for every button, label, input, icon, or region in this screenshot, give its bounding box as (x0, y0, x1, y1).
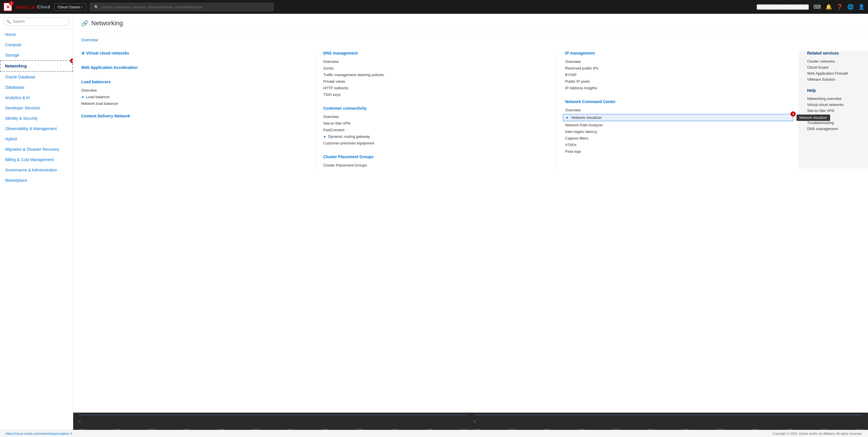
lb-overview-link[interactable]: Overview (81, 87, 307, 94)
region-selector[interactable]: Germany Central (Frankfurt) ⌄ (756, 4, 809, 10)
customer-connectivity-header: Customer connectivity (323, 106, 549, 111)
drg-link[interactable]: ★ Dynamic routing gateway (323, 133, 549, 140)
sidebar-item-migration[interactable]: Migration & Disaster Recovery (0, 144, 73, 154)
user-avatar[interactable]: 👤 (858, 4, 865, 10)
networking-header: 🔗 Networking (73, 14, 868, 32)
dns-traffic-link[interactable]: Traffic management steering policies (323, 71, 549, 78)
footer: https://cloud.oracle.com/networking/visu… (0, 430, 868, 437)
sidebar-search-icon: 🔍 (6, 19, 11, 24)
footer-url: https://cloud.oracle.com/networking/visu… (6, 432, 72, 435)
cloud-text: Cloud (37, 5, 51, 9)
star-icon: ★ (81, 51, 86, 55)
networking-badge: 2 (70, 59, 73, 63)
sidebar-search-section: 🔍 (0, 14, 73, 29)
overview-link[interactable]: Overview (81, 36, 860, 43)
site-to-site-vpn-link[interactable]: Site-to-Site VPN (323, 120, 549, 127)
dns-http-link[interactable]: HTTP redirects (323, 85, 549, 91)
help-icon[interactable]: ❓ (836, 4, 843, 10)
network-visualizer-link[interactable]: ★ Network visualizer 3 Network visualize… (563, 114, 793, 121)
help-title: Help (807, 88, 860, 93)
close-button[interactable]: ✕ 1 (3, 3, 12, 11)
cluster-networks-link[interactable]: Cluster networks (807, 58, 860, 64)
lb-star-icon: ★ (81, 95, 84, 99)
chart-container: 0 09:15 09:20 09:25 09:30 09:35 09:40 09… (73, 413, 868, 430)
waa-header: Web Application Acceleration (81, 65, 307, 70)
bell-icon[interactable]: 🔔 (826, 4, 832, 10)
network-command-center-header: Network Command Center (565, 99, 791, 104)
flow-logs-link[interactable]: Flow logs (565, 148, 791, 155)
chart-right: 0 09:15 09:20 09:25 09:30 09:35 09:40 09… (471, 413, 866, 430)
sidebar-item-storage[interactable]: Storage (0, 50, 73, 60)
sidebar-item-governance[interactable]: Governance & Administration (0, 165, 73, 175)
nv-star-icon: ★ (565, 116, 569, 120)
oracle-logo: ORACLE Cloud (16, 5, 51, 9)
sidebar-item-marketplace[interactable]: Marketplace (0, 175, 73, 186)
vcn-header: ★ Virtual cloud networks (81, 51, 307, 55)
vtaps-link[interactable]: VTAPs (565, 142, 791, 148)
chart-left-line (79, 415, 467, 415)
sidebar-nav: Home Compute Storage Networking 2 Oracle… (0, 29, 73, 430)
cluster-placement-link[interactable]: Cluster Placement Groups (323, 162, 549, 168)
sidebar-item-analytics-ai[interactable]: Analytics & AI (0, 92, 73, 103)
footer-copyright: Copyright © 2024, Oracle and/or its affi… (773, 432, 862, 435)
content-area: 🔗 Networking Overview ★ Virtual cloud ne… (73, 14, 868, 430)
sidebar-item-identity-security[interactable]: Identity & Security (0, 113, 73, 123)
chart-left-area: 0 (79, 415, 467, 428)
dns-tsig-link[interactable]: TSIG keys (323, 91, 549, 98)
networking-columns: ★ Virtual cloud networks Web Application… (73, 45, 868, 174)
sidebar-item-home[interactable]: Home (0, 29, 73, 40)
vcn-help-link[interactable]: Virtual cloud networks (807, 102, 860, 108)
cloud-guard-link[interactable]: Cloud Guard (807, 64, 860, 70)
cc-overview-link[interactable]: Overview (323, 114, 549, 120)
sidebar-item-oracle-database[interactable]: Oracle Database (0, 72, 73, 82)
load-balancer-link[interactable]: ★ Load balancer (81, 94, 307, 100)
ip-overview-link[interactable]: Overview (565, 58, 791, 65)
inter-region-latency-link[interactable]: Inter-region latency (565, 128, 791, 135)
cpe-link[interactable]: Customer-premises equipment (323, 140, 549, 147)
close-icon: ✕ (6, 4, 10, 10)
networking-overview-help-link[interactable]: Networking overview (807, 96, 860, 102)
global-search-bar[interactable]: 🔍 Search resources, services, documentat… (90, 3, 274, 11)
site-to-site-help-link[interactable]: Site-to-Site VPN (807, 108, 860, 114)
networking-col-4: Related services Cluster networks Cloud … (799, 51, 868, 168)
fastconnect-link[interactable]: FastConnect (323, 127, 549, 133)
main-layout: 🔍 Home Compute Storage Networking 2 Orac… (0, 14, 868, 430)
networking-col-1: ★ Virtual cloud networks Web Application… (73, 51, 315, 168)
byoip-link[interactable]: BYOIP (565, 71, 791, 78)
ip-address-insights-link[interactable]: IP Address Insights (565, 85, 791, 91)
chart-right-zero: 0 (474, 420, 476, 423)
dns-zones-link[interactable]: Zones (323, 65, 549, 71)
ncc-overview-link[interactable]: Overview (565, 107, 791, 114)
chart-right-area: 0 (474, 415, 863, 428)
bottom-charts: 0 09:15 09:20 09:25 09:30 09:35 09:40 09… (73, 413, 868, 430)
capture-filters-link[interactable]: Capture filters (565, 135, 791, 142)
globe-icon[interactable]: 🌐 (847, 4, 854, 10)
networking-panel: 🔗 Networking Overview ★ Virtual cloud ne… (73, 14, 868, 413)
dns-help-link[interactable]: DNS management (807, 126, 860, 132)
public-ip-pools-link[interactable]: Public IP pools (565, 78, 791, 85)
networking-col-3: IP management Overview Reserved public I… (557, 51, 799, 168)
terminal-icon[interactable]: ⌨ (813, 4, 821, 10)
network-path-analyzer-link[interactable]: Network Path Analyzer (565, 122, 791, 128)
sidebar-item-networking[interactable]: Networking 2 (0, 60, 73, 72)
topnav-right: Germany Central (Frankfurt) ⌄ ⌨ 🔔 ❓ 🌐 👤 (756, 4, 865, 10)
reserved-public-ips-link[interactable]: Reserved public IPs (565, 65, 791, 71)
chart-right-axis: 09:15 09:20 09:25 09:30 09:35 09:40 09:4… (474, 428, 863, 430)
sidebar-search-input[interactable] (4, 17, 69, 26)
sidebar-item-compute[interactable]: Compute (0, 40, 73, 50)
ip-management-header: IP management (565, 51, 791, 55)
dns-private-views-link[interactable]: Private views (323, 78, 549, 85)
cloud-classic-button[interactable]: Cloud Classic › (54, 3, 86, 11)
sidebar-item-observability[interactable]: Observability & Management (0, 123, 73, 134)
cluster-placement-header: Cluster Placement Groups (323, 154, 549, 159)
search-icon: 🔍 (94, 5, 99, 9)
vmware-solution-link[interactable]: VMware Solution (807, 76, 860, 83)
sidebar-item-developer-services[interactable]: Developer Services (0, 103, 73, 113)
dns-overview-link[interactable]: Overview (323, 58, 549, 65)
sidebar-item-hybrid[interactable]: Hybrid (0, 134, 73, 144)
sidebar-item-billing[interactable]: Billing & Cost Management (0, 154, 73, 165)
cdn-header: Content Delivery Network (81, 114, 307, 118)
web-app-firewall-link[interactable]: Web Application Firewall (807, 70, 860, 76)
sidebar-item-databases[interactable]: Databases (0, 82, 73, 92)
network-load-balancer-link[interactable]: Network load balancer (81, 100, 307, 107)
